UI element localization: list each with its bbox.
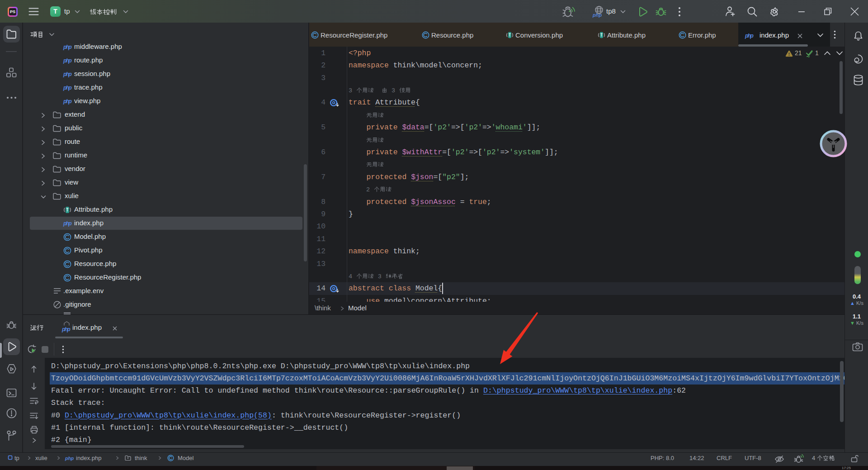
svg-text:php: php bbox=[61, 326, 71, 332]
svg-text:php: php bbox=[63, 57, 72, 64]
svg-text:php: php bbox=[63, 44, 72, 50]
svg-text:php: php bbox=[63, 98, 72, 104]
svg-text:php: php bbox=[65, 456, 74, 461]
svg-text:php: php bbox=[63, 71, 72, 77]
svg-text:php: php bbox=[63, 85, 72, 91]
svg-text:php: php bbox=[592, 12, 602, 18]
svg-text:php: php bbox=[63, 220, 72, 227]
svg-text:php: php bbox=[745, 33, 754, 39]
